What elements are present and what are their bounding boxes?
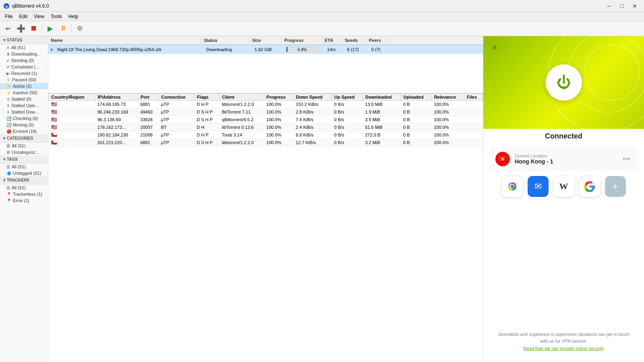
sidebar-item-stalled-upload[interactable]: ⬆ Stalled Uplo… (0, 102, 48, 109)
peer-table-row[interactable]: 🇨🇱 201.223.220… 6881 μTP D S H P libtorr… (49, 139, 483, 147)
col-name[interactable]: Name (48, 38, 201, 43)
close-button[interactable]: ✕ (629, 2, 641, 10)
peer-port: 33828 (138, 116, 158, 124)
sidebar-item-seeding[interactable]: ✔ Seeding (0) (0, 57, 48, 64)
table-row[interactable]: ⬇ Night.Of.The.Living.Dead.1968.720p.BRR… (48, 45, 483, 54)
peer-table-row[interactable]: 🇺🇸 96.246.233.169 49460 μTP D S H P BitT… (49, 108, 483, 116)
vpn-shortcut-add[interactable]: + (605, 176, 626, 197)
sidebar-item-checking[interactable]: 🔄 Checking (0) (0, 115, 48, 122)
sidebar-item-completed[interactable]: ✔ Completed (… (0, 64, 48, 70)
peer-col-downloaded[interactable]: Downloaded (362, 94, 401, 101)
sidebar-item-inactive[interactable]: ⚡ Inactive (50) (0, 89, 48, 96)
peer-progress: 100.0% (264, 139, 293, 147)
sidebar-item-cat-all[interactable]: ☰ All (51) (0, 143, 48, 149)
toolbar-resume-button[interactable]: ▶ (45, 23, 56, 34)
peer-flags: D H P (194, 131, 219, 139)
peer-flag: 🇺🇸 (49, 108, 95, 116)
col-progress[interactable]: Progress (282, 38, 322, 43)
peer-downloaded: 3.2 MiB (362, 139, 401, 147)
inactive-icon: ⚡ (6, 91, 11, 95)
sidebar-item-tracker-error[interactable]: 📍 Error (1) (0, 197, 48, 204)
maximize-button[interactable]: □ (616, 2, 628, 10)
peer-col-port[interactable]: Port (138, 94, 158, 101)
tag-all-icon: ☰ (6, 165, 10, 169)
toolbar-back-button[interactable]: ↩ (2, 23, 14, 34)
toolbar-remove-button[interactable]: ⏹ (28, 23, 39, 34)
peer-down-speed: 6.8 KiB/s (293, 131, 331, 139)
toolbar-add-button[interactable]: ➕ (15, 23, 27, 34)
peer-col-uploaded[interactable]: Uploaded (401, 94, 431, 101)
peer-uploaded: 0 B (401, 124, 431, 131)
toolbar-separator (42, 24, 42, 33)
peer-up-speed: 0 B/s (332, 139, 363, 147)
vpn-shortcut-chrome[interactable] (502, 176, 523, 197)
peer-col-client[interactable]: Client (219, 94, 264, 101)
categories-collapse-icon: ▾ (3, 136, 5, 141)
sidebar-item-active[interactable]: ⚡ Active (1) (0, 83, 48, 89)
sidebar-item-downloading[interactable]: ⬇ Downloading… (0, 51, 48, 57)
sidebar-item-stalled-download[interactable]: ⬇ Stalled Dow… (0, 109, 48, 115)
vpn-promo-link[interactable]: Read how we can provide online security (495, 346, 633, 351)
add-shortcut-icon: + (612, 181, 618, 192)
peer-col-conn[interactable]: Connection (159, 94, 195, 101)
peer-down-speed: 2.8 KiB/s (293, 108, 331, 116)
sidebar-item-tracker-all[interactable]: ☰ All (51) (0, 184, 48, 191)
sidebar-item-stalled[interactable]: ⬆ Stalled (0) (0, 96, 48, 102)
col-peers[interactable]: Peers (367, 38, 391, 43)
menu-file[interactable]: File (2, 13, 16, 20)
menu-tools[interactable]: Tools (48, 13, 65, 20)
peer-col-flags[interactable]: Flags (194, 94, 219, 101)
sidebar-item-cat-uncategorized[interactable]: ☰ Uncategoriz… (0, 149, 48, 155)
peer-table-row[interactable]: 🇺🇸 174.68.195.73 6881 μTP D H P libtorre… (49, 101, 483, 108)
peer-table-row[interactable]: 🇺🇸 178.162.173… 20007 BT D H libTorrent … (49, 124, 483, 131)
peer-ip: 190.82.184.230 (95, 131, 138, 139)
menu-view[interactable]: View (31, 13, 48, 20)
peer-col-up[interactable]: Up Speed (332, 94, 363, 101)
vpn-shortcut-wikipedia[interactable]: W (553, 176, 574, 197)
peer-col-files[interactable]: Files (464, 94, 482, 101)
vpn-shortcut-google[interactable] (579, 176, 600, 197)
peer-col-down[interactable]: Down Speed (293, 94, 331, 101)
peer-table-row[interactable]: 🇨🇱 190.82.184.230 21008 μTP D H P Tixati… (49, 131, 483, 139)
vpn-shortcut-gmail[interactable]: ✉ (528, 176, 549, 197)
vpn-location-info: Current Location Hong Kong - 1 (515, 153, 616, 165)
toolbar-separator-2 (71, 24, 72, 33)
menu-help[interactable]: Help (65, 13, 82, 20)
window-controls: ─ □ ✕ (603, 2, 641, 10)
sidebar-item-all[interactable]: ✕ All (51) (0, 44, 48, 51)
peer-files (464, 139, 482, 147)
sidebar-item-errored[interactable]: 🔴 Errored (18) (0, 128, 48, 134)
vpn-center-content: ⏻ (546, 64, 582, 101)
vpn-power-button[interactable]: ⏻ (546, 64, 582, 101)
sidebar-item-paused[interactable]: ⏸ Paused (50) (0, 77, 48, 83)
col-status[interactable]: Status (201, 38, 250, 43)
peer-table-row[interactable]: 🇺🇸 96.3.136.69 33828 μTP D S H P qBittor… (49, 116, 483, 124)
col-size[interactable]: Size (250, 38, 282, 43)
toolbar-pause-button[interactable]: ⏸ (58, 23, 69, 34)
col-eta[interactable]: ETA (322, 38, 342, 43)
peer-port: 20007 (138, 124, 158, 131)
vpn-location-card[interactable]: 🇭🇰 Current Location Hong Kong - 1 ••• (490, 147, 638, 171)
peer-flag: 🇺🇸 (49, 124, 95, 131)
moving-icon: 🔄 (6, 123, 11, 127)
peer-col-ip[interactable]: IP/Address (95, 94, 138, 101)
peer-connection: μTP (159, 116, 195, 124)
peer-col-progress[interactable]: Progress (264, 94, 293, 101)
vpn-more-button[interactable]: ••• (621, 153, 632, 165)
vpn-flag-emoji: 🇭🇰 (498, 155, 507, 163)
sidebar-item-tag-all[interactable]: ☰ All (51) (0, 163, 48, 170)
cat-uncategorized-icon: ☰ (6, 150, 10, 155)
sidebar-item-tag-untagged[interactable]: 🔷 Untagged (51) (0, 170, 48, 176)
torrent-status: Downloading (204, 47, 252, 52)
toolbar-settings-button[interactable]: ⚙ (74, 23, 85, 34)
col-seeds[interactable]: Seeds (342, 38, 367, 43)
sidebar-item-moving[interactable]: 🔄 Moving (0) (0, 122, 48, 128)
peer-relevance: 100.0% (431, 139, 464, 147)
peer-col-relevance[interactable]: Relevance (431, 94, 464, 101)
vpn-menu-button[interactable]: ≡ (488, 41, 501, 54)
sidebar-item-trackerless[interactable]: 📍 Trackerless (1) (0, 191, 48, 197)
minimize-button[interactable]: ─ (603, 2, 615, 10)
peer-col-country[interactable]: Country/Region (49, 94, 95, 101)
sidebar-item-resumed[interactable]: ▶ Resumed (1) (0, 70, 48, 77)
menu-edit[interactable]: Edit (16, 13, 31, 20)
